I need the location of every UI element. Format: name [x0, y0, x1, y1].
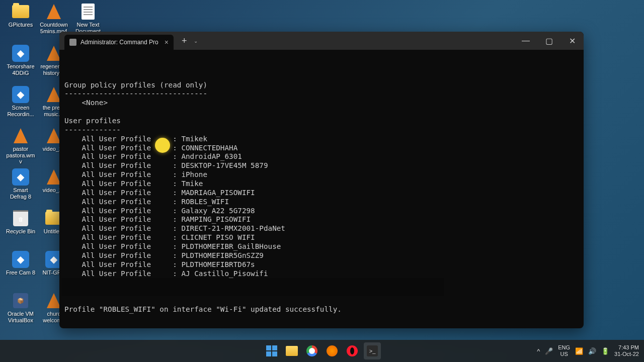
start-button[interactable] [263, 342, 280, 359]
svg-rect-1 [272, 345, 277, 350]
maximize-button[interactable]: ▢ [537, 32, 560, 50]
window-controls: — ▢ ✕ [514, 32, 584, 50]
desktop-icon-smart-defrag-8[interactable]: ◆Smart Defrag 8 [5, 168, 36, 200]
svg-rect-0 [266, 345, 271, 350]
desktop-icon-recycle-bin[interactable]: 🗑Recycle Bin [5, 209, 36, 235]
taskbar-right: ^ 🎤 ENG US 📶 🔊 🔋 7:43 PM 31-Oct-22 [537, 344, 644, 357]
firefox-button[interactable] [324, 342, 341, 359]
desktop-icon-screen-recordin-[interactable]: ◆Screen Recordin... [5, 85, 36, 117]
language-indicator[interactable]: ENG US [558, 344, 570, 357]
tray-chevron-icon[interactable]: ^ [537, 347, 540, 355]
tray-icons-2: 📶 🔊 🔋 [575, 347, 609, 355]
terminal-icon: >_ [367, 345, 378, 356]
clock-date: 31-Oct-22 [614, 351, 639, 357]
folder-icon [286, 346, 298, 356]
terminal-window: Administrator: Command Pro × + ⌄ — ▢ ✕ G… [59, 32, 584, 328]
desktop-icon-pastor-pastora-wmv[interactable]: pastor pastora.wmv [5, 127, 36, 165]
battery-icon[interactable]: 🔋 [601, 347, 609, 355]
tab-dropdown-icon[interactable]: ⌄ [194, 38, 198, 44]
lang-bottom: US [558, 351, 570, 357]
desktop-icon-tenorshare-4ddig[interactable]: ◆Tenorshare 4DDiG [5, 44, 36, 76]
tab-cmd[interactable]: Administrator: Command Pro × [64, 35, 174, 50]
terminal-button[interactable]: >_ [364, 342, 381, 359]
new-tab-button[interactable]: + [182, 36, 187, 46]
explorer-button[interactable] [283, 342, 300, 359]
desktop-icon-countdown-5mins-mp4[interactable]: Countdown 5mins.mp4 [38, 3, 69, 34]
wifi-icon[interactable]: 📶 [575, 347, 583, 355]
mic-icon[interactable]: 🎤 [545, 347, 553, 355]
firefox-icon [327, 345, 338, 356]
windows-icon [266, 345, 277, 356]
chrome-icon [306, 345, 317, 356]
close-icon[interactable]: × [165, 38, 169, 46]
clock[interactable]: 7:43 PM 31-Oct-22 [614, 344, 639, 357]
tray-icons: ^ 🎤 [537, 347, 553, 355]
opera-button[interactable] [344, 342, 361, 359]
desktop-icon-free-cam-8[interactable]: ◆Free Cam 8 [5, 250, 36, 276]
cursor-highlight [155, 138, 170, 153]
taskbar: >_ ^ 🎤 ENG US 📶 🔊 🔋 7:43 PM 31-Oct-22 [0, 340, 644, 362]
chrome-button[interactable] [303, 342, 320, 359]
clock-time: 7:43 PM [614, 344, 639, 351]
cmd-icon [69, 39, 76, 46]
svg-rect-2 [266, 351, 271, 356]
minimize-button[interactable]: — [514, 32, 537, 50]
titlebar[interactable]: Administrator: Command Pro × + ⌄ — ▢ ✕ [59, 32, 584, 50]
lang-top: ENG [558, 344, 570, 351]
taskbar-center: >_ [263, 342, 381, 359]
opera-icon [347, 345, 358, 356]
volume-icon[interactable]: 🔊 [588, 347, 596, 355]
svg-rect-3 [272, 351, 277, 356]
tab-title: Administrator: Command Pro [80, 39, 158, 46]
desktop-icon-new-text-document[interactable]: New Text Document [72, 3, 104, 34]
desktop-icon-oracle-vm-virtualbox[interactable]: 📦Oracle VM VirtualBox [5, 292, 36, 323]
terminal-body[interactable]: Group policy profiles (read only) ------… [59, 50, 584, 328]
desktop-icon-gpictures[interactable]: GPictures [5, 3, 36, 28]
close-button[interactable]: ✕ [560, 32, 584, 50]
